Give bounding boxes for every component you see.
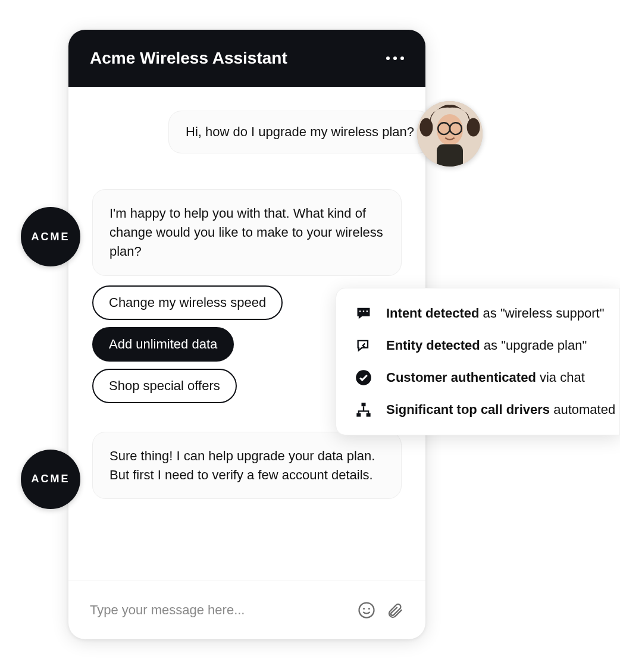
chat-header: Acme Wireless Assistant: [68, 30, 425, 87]
bot-avatar: ACME: [21, 207, 80, 266]
user-message-row: Hi, how do I upgrade my wireless plan?: [68, 111, 425, 153]
svg-point-3: [467, 118, 480, 137]
bot-avatar: ACME: [21, 450, 80, 509]
svg-rect-15: [362, 403, 366, 406]
insight-panel: Intent detected as "wireless support" En…: [336, 288, 620, 435]
insight-text: Intent detected as "wireless support": [386, 306, 605, 321]
more-options-button[interactable]: [386, 56, 404, 60]
svg-rect-16: [356, 413, 361, 417]
insight-text: Customer authenticated via chat: [386, 370, 585, 385]
bot-message-row: ACME Sure thing! I can help upgrade your…: [68, 432, 425, 500]
sitemap-icon: [355, 401, 372, 418]
reply-arrow-icon: [355, 337, 372, 354]
insight-entity: Entity detected as "upgrade plan": [355, 337, 600, 354]
svg-point-2: [419, 118, 433, 137]
user-message-bubble: Hi, how do I upgrade my wireless plan?: [168, 111, 431, 153]
attachment-button[interactable]: [386, 601, 404, 619]
chip-add-unlimited-data[interactable]: Add unlimited data: [92, 327, 234, 362]
insight-intent: Intent detected as "wireless support": [355, 305, 600, 322]
dots-icon: [393, 56, 397, 60]
chat-title: Acme Wireless Assistant: [90, 49, 287, 68]
avatar-illustration-icon: [417, 101, 483, 167]
emoji-button[interactable]: [358, 601, 375, 619]
dots-icon: [400, 56, 404, 60]
insight-drivers: Significant top call drivers automated: [355, 401, 600, 418]
user-avatar: [417, 101, 483, 167]
smiley-icon: [358, 601, 375, 619]
svg-rect-17: [367, 413, 371, 417]
chip-shop-offers[interactable]: Shop special offers: [92, 369, 237, 403]
svg-rect-12: [363, 310, 364, 312]
bot-message-bubble: I'm happy to help you with that. What ki…: [92, 189, 402, 276]
dots-icon: [386, 56, 390, 60]
insight-auth: Customer authenticated via chat: [355, 369, 600, 386]
paperclip-icon: [386, 601, 404, 619]
bot-message-row: ACME I'm happy to help you with that. Wh…: [68, 189, 425, 276]
message-input[interactable]: [90, 602, 347, 618]
chat-input-bar: [68, 580, 425, 639]
svg-point-10: [368, 608, 370, 610]
svg-rect-11: [359, 310, 361, 312]
svg-rect-13: [367, 310, 368, 312]
chat-bubble-icon: [355, 305, 372, 322]
svg-point-9: [363, 608, 365, 610]
svg-point-8: [359, 602, 374, 617]
svg-rect-7: [437, 145, 463, 167]
bot-message-bubble: Sure thing! I can help upgrade your data…: [92, 432, 402, 500]
check-circle-icon: [355, 369, 372, 386]
insight-text: Significant top call drivers automated: [386, 402, 615, 417]
insight-text: Entity detected as "upgrade plan": [386, 338, 587, 353]
chip-change-speed[interactable]: Change my wireless speed: [92, 285, 283, 320]
